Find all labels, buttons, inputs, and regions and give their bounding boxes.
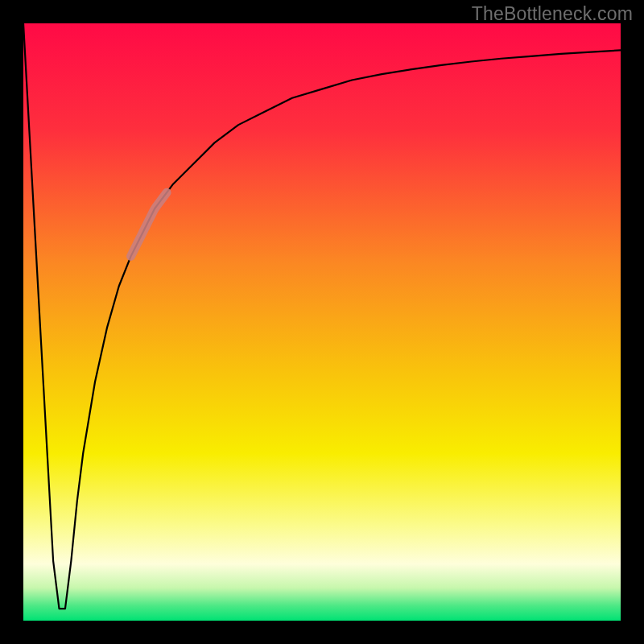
plot-area (23, 23, 621, 621)
watermark-text: TheBottleneck.com (472, 3, 633, 25)
highlight-segment (131, 192, 167, 256)
bottleneck-curve (23, 23, 621, 609)
chart-frame: TheBottleneck.com (0, 0, 644, 644)
curve-layer (23, 23, 621, 621)
